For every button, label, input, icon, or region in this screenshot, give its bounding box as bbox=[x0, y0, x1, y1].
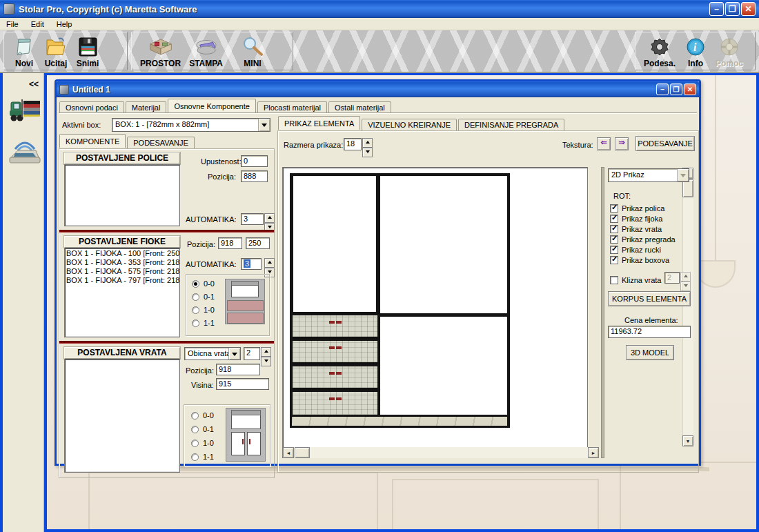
fioke-radio-0-1[interactable]: 0-1 bbox=[192, 293, 215, 301]
radio-icon[interactable] bbox=[192, 293, 199, 301]
spin-down-icon[interactable] bbox=[362, 148, 373, 157]
razmera-field[interactable]: 18 bbox=[344, 138, 362, 150]
spin-up-icon[interactable] bbox=[261, 347, 271, 357]
info-button[interactable]: i Info bbox=[681, 32, 710, 68]
save-button[interactable]: Snimi bbox=[73, 32, 102, 68]
radio-icon[interactable] bbox=[192, 280, 199, 288]
vrata-type-select[interactable]: Obicna vrata bbox=[184, 347, 241, 360]
tab-plocasti-materijal[interactable]: Plocasti materijal bbox=[257, 101, 327, 114]
menu-help[interactable]: Help bbox=[50, 19, 79, 29]
vrata-count-field[interactable]: 2 bbox=[244, 347, 260, 360]
scanner-icon[interactable] bbox=[8, 134, 41, 167]
dropdown-arrow-icon[interactable] bbox=[258, 119, 270, 131]
checkbox-icon[interactable] bbox=[610, 225, 618, 233]
vrata-visina-field[interactable]: 915 bbox=[216, 378, 269, 390]
model-3d-button[interactable]: 3D MODEL bbox=[626, 345, 674, 360]
police-pozicija-field[interactable]: 888 bbox=[241, 170, 268, 182]
minimize-button[interactable]: – bbox=[709, 2, 724, 16]
vrata-radio-0-0[interactable]: 0-0 bbox=[191, 411, 214, 420]
checkbox-icon[interactable] bbox=[610, 204, 618, 213]
police-automatika-field[interactable]: 3 bbox=[241, 213, 264, 225]
fioke-radio-0-0[interactable]: 0-0 bbox=[192, 279, 215, 288]
doc-maximize-button[interactable]: ❐ bbox=[670, 83, 682, 95]
prostor-button[interactable]: PROSTOR bbox=[137, 32, 184, 68]
maximize-button[interactable]: ❐ bbox=[725, 2, 740, 16]
tab-prikaz-elementa[interactable]: PRIKAZ ELEMENTA bbox=[278, 116, 360, 130]
fioke-radio-1-0[interactable]: 1-0 bbox=[192, 306, 215, 314]
vrata-radio-0-1[interactable]: 0-1 bbox=[191, 425, 214, 433]
podesa-button[interactable]: Podesa. bbox=[641, 32, 678, 68]
tab-definisanje-pregrada[interactable]: DEFINISANJE PREGRADA bbox=[458, 119, 564, 131]
checkbox-icon[interactable] bbox=[610, 246, 618, 254]
police-listbox[interactable] bbox=[64, 164, 180, 226]
radio-icon[interactable] bbox=[191, 412, 199, 420]
fioke-listbox[interactable]: BOX 1 - FIJOKA - 100 [Front: 250] BOX 1 … bbox=[64, 248, 180, 337]
spin-up-icon[interactable] bbox=[264, 213, 275, 223]
upustenost-field[interactable]: 0 bbox=[241, 155, 268, 167]
tab-osnovni-podaci[interactable]: Osnovni podaci bbox=[59, 101, 124, 114]
spin-up-icon[interactable] bbox=[362, 138, 373, 148]
panel-splitter[interactable] bbox=[601, 167, 604, 458]
materials-forklift-icon[interactable] bbox=[8, 95, 41, 127]
tab-podesavanje[interactable]: PODESAVANJE bbox=[127, 137, 195, 149]
tab-vizuelno-kreiranje[interactable]: VIZUELNO KREIRANJE bbox=[362, 119, 457, 131]
view-mode-select[interactable]: 2D Prikaz bbox=[608, 168, 689, 182]
scroll-right-icon[interactable]: ► bbox=[588, 447, 599, 458]
open-button[interactable]: Ucitaj bbox=[41, 32, 70, 68]
radio-icon[interactable] bbox=[192, 319, 199, 327]
razmera-spinner[interactable] bbox=[362, 138, 373, 150]
cena-elementa-field[interactable]: 11963.72 bbox=[608, 326, 691, 338]
vrata-radio-1-1[interactable]: 1-1 bbox=[191, 453, 214, 461]
fioke-automatika-spinner[interactable] bbox=[264, 258, 275, 270]
checkbox-klizna-vrata[interactable]: Klizna vrata bbox=[610, 276, 661, 284]
horizontal-scroll-thumb[interactable] bbox=[295, 447, 310, 458]
new-button[interactable]: Novi bbox=[10, 32, 39, 68]
close-button[interactable]: ✕ bbox=[741, 2, 756, 16]
radio-icon[interactable] bbox=[191, 440, 199, 447]
checkbox-prikaz-fijoka[interactable]: Prikaz fijoka bbox=[610, 215, 662, 223]
police-automatika-spinner[interactable] bbox=[264, 213, 275, 225]
spin-down-icon[interactable] bbox=[261, 357, 271, 366]
fioke-radio-1-1[interactable]: 1-1 bbox=[192, 319, 215, 327]
spin-up-icon[interactable] bbox=[264, 258, 275, 268]
radio-icon[interactable] bbox=[191, 453, 199, 461]
tab-ostali-materijal[interactable]: Ostali materijal bbox=[328, 101, 391, 114]
texture-next-button[interactable]: ⇒ bbox=[615, 137, 629, 150]
fioke-list-item[interactable]: BOX 1 - FIJOKA - 797 [Front: 218] bbox=[66, 276, 178, 285]
checkbox-icon[interactable] bbox=[610, 215, 618, 223]
tab-materijal[interactable]: Materijal bbox=[126, 101, 167, 114]
vrata-radio-1-0[interactable]: 1-0 bbox=[191, 439, 214, 447]
podesavanje-button[interactable]: PODESAVANJE bbox=[635, 136, 695, 151]
fioke-list-item[interactable]: BOX 1 - FIJOKA - 100 [Front: 250] bbox=[66, 249, 178, 258]
radio-icon[interactable] bbox=[192, 306, 199, 314]
collapse-sidebar-button[interactable]: << bbox=[26, 79, 41, 91]
fioke-pozicija-field-1[interactable]: 918 bbox=[218, 237, 242, 249]
checkbox-prikaz-polica[interactable]: Prikaz polica bbox=[610, 204, 664, 213]
radio-icon[interactable] bbox=[191, 426, 199, 433]
stampa-button[interactable]: STAMPA bbox=[186, 32, 226, 68]
texture-prev-button[interactable]: ⇐ bbox=[597, 137, 611, 150]
checkbox-prikaz-rucki[interactable]: Prikaz rucki bbox=[610, 246, 661, 254]
vrata-listbox[interactable] bbox=[64, 359, 180, 473]
fioke-list-item[interactable]: BOX 1 - FIJOKA - 353 [Front: 218] bbox=[66, 258, 178, 267]
aktivni-box-select[interactable]: BOX: 1 - [782mm x 882mm] bbox=[112, 118, 270, 132]
dropdown-arrow-icon[interactable] bbox=[228, 348, 240, 359]
checkbox-icon[interactable] bbox=[610, 235, 618, 244]
checkbox-icon[interactable] bbox=[610, 276, 618, 284]
checkbox-prikaz-pregrada[interactable]: Prikaz pregrada bbox=[610, 235, 676, 244]
checkbox-prikaz-vrata[interactable]: Prikaz vrata bbox=[610, 225, 662, 233]
doc-close-button[interactable]: ✕ bbox=[684, 83, 696, 95]
mini-button[interactable]: MINI bbox=[238, 32, 267, 68]
vrata-pozicija-field[interactable]: 918 bbox=[216, 364, 260, 375]
scroll-left-icon[interactable]: ◄ bbox=[283, 447, 294, 458]
tab-komponente[interactable]: KOMPONENTE bbox=[59, 134, 126, 148]
vrata-count-spinner[interactable] bbox=[261, 347, 271, 360]
checkbox-icon[interactable] bbox=[610, 256, 618, 264]
fioke-pozicija-field-2[interactable]: 250 bbox=[246, 237, 270, 249]
menu-edit[interactable]: Edit bbox=[25, 19, 50, 29]
korpus-elementa-button[interactable]: KORPUS ELEMENTA bbox=[608, 291, 691, 306]
menu-file[interactable]: File bbox=[0, 19, 25, 29]
fioke-list-item[interactable]: BOX 1 - FIJOKA - 575 [Front: 218] bbox=[66, 267, 178, 276]
doc-minimize-button[interactable]: – bbox=[656, 83, 669, 95]
drawing-canvas[interactable] bbox=[282, 167, 588, 458]
